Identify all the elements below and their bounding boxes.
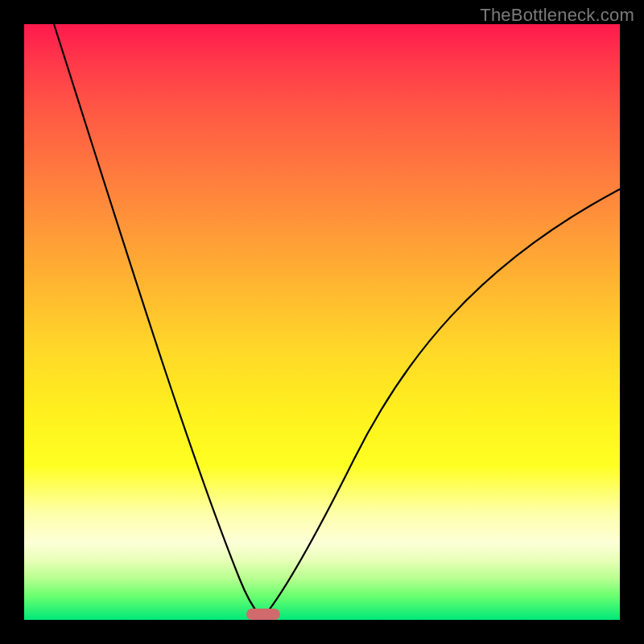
watermark-text: TheBottleneck.com: [480, 5, 634, 26]
bottleneck-curve: [24, 24, 620, 620]
plot-area: [24, 24, 620, 620]
curve-right-branch: [262, 189, 620, 618]
minimum-marker: [246, 609, 280, 620]
curve-left-branch: [54, 24, 262, 618]
